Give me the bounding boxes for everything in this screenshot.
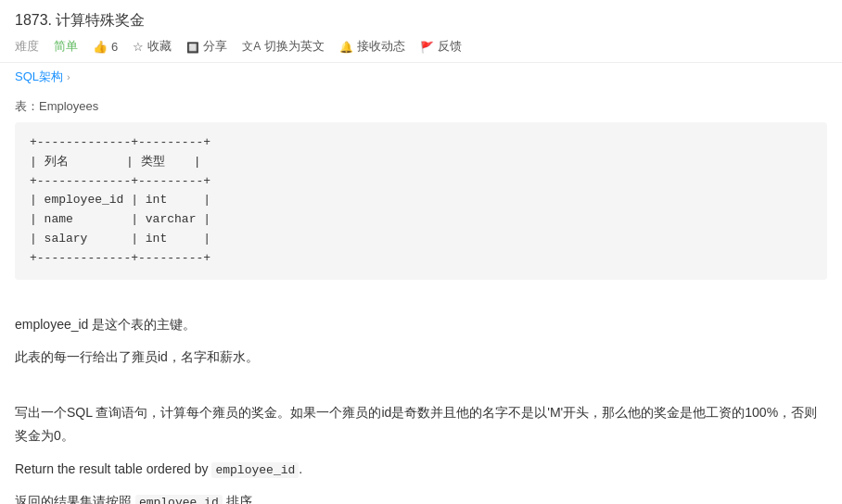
schema-box: +-------------+---------+ | 列名 | 类型 | +-… — [15, 122, 827, 280]
desc5: 返回的结果集请按照 employee_id 排序。 — [15, 490, 827, 504]
collect-label: 收藏 — [147, 38, 172, 55]
thumb-icon — [93, 40, 108, 54]
breadcrumb-text: SQL架构 — [15, 69, 63, 85]
translate-label: 切换为英文 — [264, 38, 325, 55]
desc1: employee_id 是这个表的主键。 — [15, 313, 827, 336]
like-button[interactable]: 6 — [93, 40, 118, 54]
problem-title: 1873. 计算特殊奖金 — [15, 11, 827, 31]
schema-pre: +-------------+---------+ | 列名 | 类型 | +-… — [30, 133, 812, 269]
difficulty-label: 难度 — [15, 38, 39, 55]
share-icon — [186, 40, 199, 54]
feedback-button[interactable]: 反馈 — [420, 38, 462, 55]
collect-button[interactable]: 收藏 — [133, 38, 172, 55]
desc4: Return the result table ordered by emplo… — [15, 458, 827, 481]
notify-label: 接收动态 — [357, 38, 405, 55]
share-label: 分享 — [203, 38, 227, 55]
desc4-code: employee_id — [211, 462, 299, 478]
feedback-label: 反馈 — [438, 38, 462, 55]
like-count: 6 — [111, 40, 118, 54]
desc3: 写出一个SQL 查询语句，计算每个雍员的奖金。如果一个雍员的id是奇数并且他的名… — [15, 401, 827, 447]
bell-icon — [339, 40, 353, 54]
translate-icon — [242, 39, 261, 55]
breadcrumb[interactable]: SQL架构 › — [0, 63, 842, 91]
difficulty-badge: 简单 — [54, 38, 78, 55]
desc5-code: employee_id — [135, 495, 223, 504]
flag-icon — [420, 40, 434, 54]
notify-button[interactable]: 接收动态 — [339, 38, 405, 55]
translate-button[interactable]: 切换为英文 — [242, 38, 325, 55]
share-button[interactable]: 分享 — [186, 38, 227, 55]
table-label: 表：Employees — [15, 98, 827, 115]
desc2: 此表的每一行给出了雍员id，名字和薪水。 — [15, 346, 827, 369]
breadcrumb-chevron-icon: › — [67, 71, 70, 82]
star-icon — [133, 40, 144, 54]
